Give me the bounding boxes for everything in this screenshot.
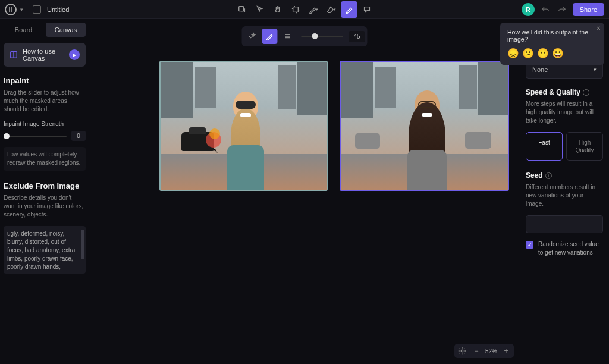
- canvas-image-1[interactable]: ↖: [159, 61, 328, 191]
- svg-rect-1: [293, 7, 299, 12]
- exclude-description: Describe details you don't want in your …: [4, 194, 86, 219]
- tab-canvas[interactable]: Canvas: [46, 23, 86, 37]
- fast-button[interactable]: Fast: [526, 132, 563, 161]
- chevron-down-icon: ▾: [594, 67, 597, 73]
- randomize-label: Randomize seed value to get new variatio…: [538, 240, 603, 257]
- hand-tool[interactable]: [269, 1, 286, 18]
- exclude-textarea[interactable]: ugly, deformed, noisy, blurry, distorted…: [4, 226, 86, 274]
- how-to-use-button[interactable]: How to use Canvas ▶: [4, 43, 86, 67]
- exclude-heading: Exclude From Image: [4, 181, 86, 190]
- undo-button[interactable]: [539, 4, 551, 15]
- document-title[interactable]: Untitled: [47, 6, 69, 13]
- emoji-happy[interactable]: 😀: [552, 48, 564, 59]
- seed-heading: Seed i: [526, 171, 603, 180]
- brush-size-slider[interactable]: [301, 36, 343, 37]
- seed-description: Different numbers result in new variatio…: [526, 183, 603, 208]
- brush-toolbar: 45: [241, 26, 367, 46]
- crop-tool[interactable]: [287, 1, 304, 18]
- share-button[interactable]: Share: [573, 3, 604, 16]
- strength-label: Inpaint Image Strength: [4, 121, 86, 127]
- canvas-image-2[interactable]: [340, 61, 509, 191]
- avatar[interactable]: R: [522, 3, 535, 16]
- lines-icon[interactable]: [280, 29, 295, 44]
- feedback-popup: ✕ How well did this outpaint the image? …: [500, 23, 604, 65]
- magic-select-icon[interactable]: [244, 29, 259, 44]
- strength-value[interactable]: 0: [71, 131, 86, 141]
- pointer-tool[interactable]: [252, 1, 268, 18]
- speed-quality-description: More steps will result in a high quality…: [526, 100, 603, 125]
- inpaint-description: Drag the slider to adjust how much the m…: [4, 89, 86, 114]
- comment-tool[interactable]: [359, 1, 375, 18]
- zoom-out-button[interactable]: −: [471, 346, 482, 356]
- panel-toggle-icon[interactable]: [33, 5, 41, 14]
- emoji-frown[interactable]: 😕: [522, 48, 534, 59]
- zoom-in-button[interactable]: +: [501, 346, 511, 356]
- svg-rect-0: [239, 6, 244, 11]
- close-icon[interactable]: ✕: [596, 25, 601, 32]
- zoom-value[interactable]: 52%: [485, 348, 497, 354]
- emoji-neutral[interactable]: 😐: [537, 48, 549, 59]
- strength-slider[interactable]: [4, 136, 67, 137]
- book-icon: [10, 51, 18, 59]
- speed-quality-heading: Speed & Quality i: [526, 88, 603, 96]
- erase-tool[interactable]: ▾: [323, 1, 340, 18]
- strength-hint: Low values will completely redraw the ma…: [4, 147, 86, 171]
- inpaint-heading: Inpaint: [4, 76, 86, 85]
- chevron-down-icon[interactable]: ▾: [20, 7, 23, 12]
- tab-board[interactable]: Board: [4, 23, 43, 37]
- mask-tool[interactable]: [341, 1, 357, 18]
- seed-input[interactable]: [526, 215, 603, 233]
- feedback-question: How well did this outpaint the image?: [507, 29, 597, 43]
- redo-button[interactable]: [556, 4, 568, 15]
- emoji-sad[interactable]: 😞: [507, 48, 519, 59]
- draw-tool[interactable]: ▾: [305, 1, 322, 18]
- settings-icon[interactable]: [457, 346, 467, 356]
- brush-icon[interactable]: [262, 29, 277, 44]
- how-to-label: How to use Canvas: [23, 48, 64, 62]
- svg-point-3: [461, 350, 463, 352]
- info-icon[interactable]: i: [545, 172, 552, 179]
- app-logo[interactable]: [5, 4, 17, 15]
- high-quality-button[interactable]: High Quality: [566, 132, 603, 161]
- brush-size-value[interactable]: 45: [349, 31, 365, 42]
- add-frame-tool[interactable]: [234, 1, 250, 18]
- play-icon: ▶: [69, 49, 80, 60]
- info-icon[interactable]: i: [583, 89, 589, 96]
- randomize-checkbox[interactable]: ✓: [526, 241, 533, 249]
- scrollbar[interactable]: [81, 230, 84, 259]
